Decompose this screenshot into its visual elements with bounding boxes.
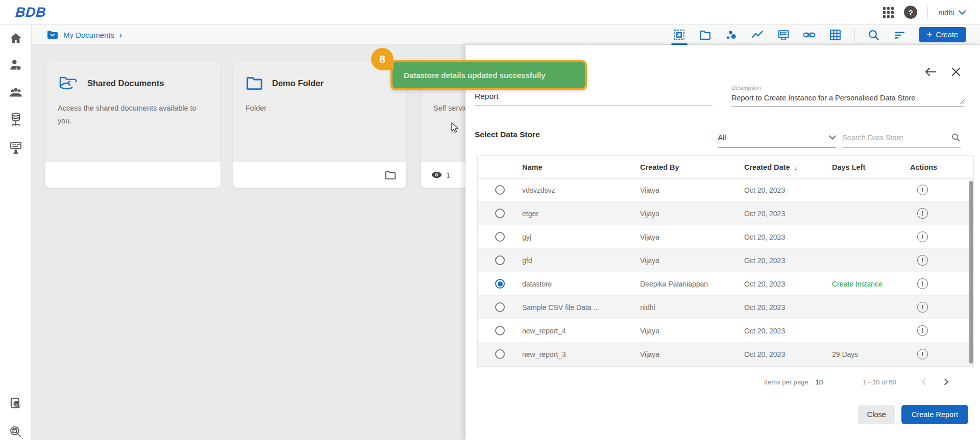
folder-view-icon[interactable] <box>698 27 713 42</box>
cell-created-by: Vijaya <box>640 210 744 218</box>
row-radio-button[interactable] <box>495 255 505 265</box>
row-radio-button[interactable] <box>495 326 505 335</box>
home-icon[interactable] <box>8 31 23 46</box>
data-store-filter-select[interactable]: All <box>718 127 836 148</box>
create-report-button[interactable]: Create Report <box>901 405 968 424</box>
alert-info-icon[interactable] <box>917 255 928 266</box>
shared-documents-icon <box>58 75 79 91</box>
toolbar-divider <box>854 28 855 41</box>
cell-name: etger <box>522 210 640 218</box>
row-radio-button[interactable] <box>495 349 505 359</box>
table-row[interactable]: new_report_3 Vijaya Oct 20, 2023 29 Days <box>478 343 973 366</box>
create-button[interactable]: + Create <box>919 27 966 42</box>
items-per-page-value[interactable]: 10 <box>815 378 823 386</box>
cell-created-date: Oct 20, 2023 <box>744 280 832 288</box>
close-button[interactable]: Close <box>858 405 895 424</box>
apps-grid-icon[interactable] <box>883 7 894 18</box>
cell-created-by: Vijaya <box>640 233 744 241</box>
cell-created-by: Deepika Palaniappan <box>640 280 744 288</box>
cell-name: vdsvzdsvz <box>522 186 640 194</box>
table-row[interactable]: datastore Deepika Palaniappan Oct 20, 20… <box>478 272 973 296</box>
success-toast: Datastore details updated successfully <box>390 60 587 90</box>
user-name: nidhi <box>938 8 954 17</box>
card-body: Demo Folder Folder <box>233 61 406 162</box>
grid-view-icon[interactable] <box>828 27 843 42</box>
panel-action-buttons: Close Create Report <box>858 405 968 424</box>
previous-page-icon[interactable] <box>918 375 931 389</box>
bubble-chart-icon[interactable] <box>724 27 739 42</box>
card-footer <box>45 162 220 188</box>
demo-folder-card[interactable]: Demo Folder Folder <box>233 61 406 188</box>
row-radio-button[interactable] <box>495 279 505 289</box>
table-row[interactable]: vdsvzdsvz Vijaya Oct 20, 2023 <box>478 178 973 202</box>
alert-info-icon[interactable] <box>917 208 928 219</box>
card-title: Demo Folder <box>272 79 324 88</box>
link-icon[interactable] <box>802 27 817 42</box>
description-field[interactable]: Description Report to Create Instance fo… <box>731 85 964 107</box>
shared-documents-card[interactable]: Shared Documents Access the shared docum… <box>45 61 220 188</box>
user-groups-icon[interactable] <box>8 85 23 100</box>
sort-filter-icon[interactable] <box>893 27 907 42</box>
data-cluster-icon[interactable] <box>8 112 23 127</box>
document-search-icon[interactable] <box>8 396 23 411</box>
trainer-board-icon[interactable] <box>8 140 23 156</box>
table-row[interactable]: Sample CSV file Data ... nidhi Oct 20, 2… <box>478 296 973 319</box>
cell-created-date: Oct 20, 2023 <box>744 233 832 241</box>
back-arrow-icon[interactable] <box>923 64 938 80</box>
cell-days-left: Create Instance <box>832 280 910 288</box>
alert-info-icon[interactable] <box>917 302 928 313</box>
folder-icon[interactable] <box>385 170 396 180</box>
data-store-search-input[interactable]: Search Data Store <box>842 127 961 148</box>
help-icon[interactable]: ? <box>904 6 917 19</box>
user-menu[interactable]: nidhi <box>938 8 966 17</box>
presentation-icon[interactable] <box>776 27 791 42</box>
cell-created-by: Vijaya <box>640 350 744 358</box>
row-radio-button[interactable] <box>495 232 505 242</box>
table-row[interactable]: gfd Vijaya Oct 20, 2023 <box>478 249 973 272</box>
card-title: Shared Documents <box>87 79 164 88</box>
report-name-value: Report <box>475 92 713 106</box>
sort-desc-icon[interactable]: ↓ <box>794 163 797 171</box>
description-label: Description <box>731 85 964 91</box>
user-settings-icon[interactable] <box>8 57 23 72</box>
row-radio-button[interactable] <box>495 209 505 218</box>
resize-handle-icon[interactable] <box>960 99 965 104</box>
data-search-icon[interactable] <box>8 424 23 439</box>
select-data-store-title: Select Data Store <box>475 130 540 139</box>
header-created-by[interactable]: Created By <box>640 163 744 171</box>
line-chart-icon[interactable] <box>750 27 765 42</box>
header-actions: ? nidhi <box>883 6 966 19</box>
designer-icon[interactable] <box>672 27 687 42</box>
row-radio-button[interactable] <box>495 302 505 312</box>
scrollbar-thumb[interactable] <box>969 181 973 364</box>
search-icon[interactable] <box>951 133 961 142</box>
table-row[interactable]: gyj Vijaya Oct 20, 2023 <box>478 225 973 249</box>
header-days-left[interactable]: Days Left <box>832 163 910 171</box>
close-icon[interactable] <box>948 64 964 80</box>
plus-icon: + <box>927 30 933 39</box>
next-page-icon[interactable] <box>939 375 952 389</box>
header-created-date[interactable]: Created Date↓ <box>744 163 832 171</box>
alert-info-icon[interactable] <box>917 349 928 359</box>
subheader: My Documents › <box>32 25 980 45</box>
alert-info-icon[interactable] <box>917 278 928 289</box>
cell-created-date: Oct 20, 2023 <box>744 327 832 335</box>
table-row[interactable]: new_report_4 Vijaya Oct 20, 2023 <box>478 319 973 343</box>
row-radio-button[interactable] <box>495 185 505 195</box>
search-icon[interactable] <box>867 27 881 42</box>
report-name-field[interactable]: Report <box>475 92 713 106</box>
cell-days-left: 29 Days <box>832 350 910 358</box>
alert-info-icon[interactable] <box>917 325 928 336</box>
breadcrumb[interactable]: My Documents › <box>47 30 122 39</box>
table-row[interactable]: etger Vijaya Oct 20, 2023 <box>478 202 973 225</box>
header-name[interactable]: Name <box>522 163 640 171</box>
logo-text: BDB <box>15 5 46 20</box>
table-scrollbar[interactable] <box>969 179 973 366</box>
alert-info-icon[interactable] <box>917 231 928 242</box>
alert-info-icon[interactable] <box>917 185 928 195</box>
data-store-table: Name Created By Created Date↓ Days Left … <box>477 156 974 367</box>
bdb-logo[interactable]: BDB <box>15 5 46 20</box>
view-toolbar: + Create <box>672 27 966 42</box>
cell-created-date: Oct 20, 2023 <box>744 303 832 312</box>
filter-selected-value: All <box>718 133 726 142</box>
